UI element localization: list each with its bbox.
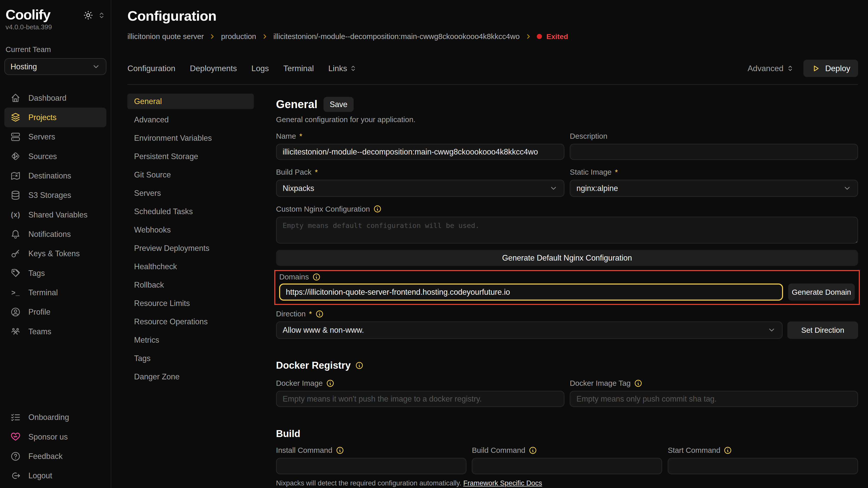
- framework-docs-link[interactable]: Framework Specific Docs: [463, 479, 542, 487]
- required-mark: *: [309, 310, 312, 318]
- sidebar-item-feedback[interactable]: Feedback: [4, 447, 106, 466]
- tag-icon: [10, 267, 21, 279]
- config-nav-preview-deployments[interactable]: Preview Deployments: [127, 240, 254, 256]
- direction-select[interactable]: Allow www & non-www.: [276, 322, 782, 339]
- set-direction-button[interactable]: Set Direction: [787, 322, 858, 339]
- tab-terminal[interactable]: Terminal: [283, 64, 314, 73]
- sidebar-item-s3-storages[interactable]: S3 Storages: [4, 186, 106, 205]
- info-icon[interactable]: [723, 446, 732, 455]
- sidebar-item-onboarding[interactable]: Onboarding: [4, 408, 106, 427]
- config-nav-advanced[interactable]: Advanced: [127, 112, 254, 128]
- general-form: General Save General configuration for y…: [276, 94, 858, 488]
- info-icon[interactable]: [373, 205, 382, 213]
- tab-links[interactable]: Links: [329, 64, 357, 73]
- config-nav-resource-operations[interactable]: Resource Operations: [127, 314, 254, 329]
- sidebar-item-label: S3 Storages: [28, 191, 71, 200]
- nginx-config-textarea[interactable]: [276, 217, 858, 243]
- chevrons-updown-icon[interactable]: [98, 12, 105, 19]
- sidebar-item-sponsor-us[interactable]: Sponsor us: [4, 427, 106, 447]
- config-nav-healthcheck[interactable]: Healthcheck: [127, 259, 254, 274]
- config-nav-rollback[interactable]: Rollback: [127, 277, 254, 293]
- docker-image-tag-input[interactable]: [570, 391, 858, 407]
- tab-logs[interactable]: Logs: [251, 64, 269, 73]
- config-nav-resource-limits[interactable]: Resource Limits: [127, 295, 254, 311]
- section-subtitle: General configuration for your applicati…: [276, 115, 858, 124]
- sidebar-item-tags[interactable]: Tags: [4, 263, 106, 283]
- domains-input[interactable]: [279, 284, 783, 301]
- sidebar-item-servers[interactable]: Servers: [4, 127, 106, 147]
- info-icon[interactable]: [312, 273, 321, 281]
- generate-nginx-button[interactable]: Generate Default Nginx Configuration: [276, 250, 858, 266]
- required-mark: *: [315, 168, 318, 176]
- docker-image-input[interactable]: [276, 391, 564, 407]
- breadcrumb-project[interactable]: illicitonion quote server: [127, 32, 204, 41]
- chevron-down-icon: [768, 326, 776, 334]
- build-command-field: Build Command: [472, 446, 662, 474]
- user-circle-icon: [10, 306, 21, 318]
- info-icon[interactable]: [355, 361, 364, 370]
- description-input[interactable]: [570, 144, 858, 160]
- info-icon[interactable]: [326, 379, 335, 388]
- sidebar-item-label: Terminal: [28, 288, 58, 297]
- config-nav-metrics[interactable]: Metrics: [127, 332, 254, 348]
- app-logo: Coolify: [6, 7, 51, 23]
- tabs: Configuration Deployments Logs Terminal …: [127, 64, 356, 73]
- sidebar-item-profile[interactable]: Profile: [4, 302, 106, 322]
- info-icon[interactable]: [315, 310, 324, 318]
- config-nav-scheduled-tasks[interactable]: Scheduled Tasks: [127, 204, 254, 219]
- start-command-label: Start Command: [668, 446, 720, 455]
- config-nav-danger-zone[interactable]: Danger Zone: [127, 369, 254, 385]
- config-nav-webhooks[interactable]: Webhooks: [127, 222, 254, 238]
- docker-image-label: Docker Image: [276, 379, 323, 388]
- sidebar-item-projects[interactable]: Projects: [4, 107, 106, 127]
- direction-value: Allow www & non-www.: [283, 326, 364, 334]
- breadcrumb-application[interactable]: illicitestonion/-module--decomposition:m…: [274, 32, 520, 41]
- git-icon: [10, 151, 21, 162]
- build-pack-select[interactable]: Nixpacks: [276, 180, 564, 197]
- sidebar-item-label: Sources: [28, 152, 57, 161]
- install-command-input[interactable]: [276, 458, 466, 474]
- help-circle-icon: [10, 451, 21, 462]
- sidebar-item-sources[interactable]: Sources: [4, 147, 106, 166]
- breadcrumb-environment[interactable]: production: [221, 32, 256, 41]
- team-select[interactable]: Hosting: [4, 58, 106, 75]
- config-nav-tags[interactable]: Tags: [127, 351, 254, 366]
- sidebar-item-notifications[interactable]: Notifications: [4, 224, 106, 244]
- config-nav-servers[interactable]: Servers: [127, 185, 254, 201]
- sun-icon[interactable]: [83, 10, 93, 21]
- build-command-input[interactable]: [472, 458, 662, 474]
- description-field: Description: [570, 132, 858, 160]
- info-icon[interactable]: [336, 446, 344, 455]
- tab-deployments[interactable]: Deployments: [190, 64, 237, 73]
- generate-domain-button[interactable]: Generate Domain: [788, 284, 855, 301]
- sidebar-item-teams[interactable]: Teams: [4, 322, 106, 341]
- status-label: Exited: [547, 32, 568, 41]
- nginx-config-field: Custom Nginx Configuration: [276, 205, 858, 246]
- logout-icon: [10, 470, 21, 481]
- config-nav-general[interactable]: General: [127, 94, 254, 109]
- info-icon[interactable]: [529, 446, 537, 455]
- save-button[interactable]: Save: [323, 97, 353, 112]
- build-heading: Build: [276, 428, 300, 439]
- database-icon: [10, 190, 21, 201]
- sidebar-item-terminal[interactable]: >_ Terminal: [4, 283, 106, 302]
- sidebar-item-logout[interactable]: Logout: [4, 466, 106, 485]
- static-image-select[interactable]: nginx:alpine: [570, 180, 858, 197]
- advanced-dropdown[interactable]: Advanced: [748, 64, 794, 73]
- sidebar-item-keys-tokens[interactable]: Keys & Tokens: [4, 244, 106, 263]
- sidebar-item-shared-variables[interactable]: (x) Shared Variables: [4, 205, 106, 224]
- status-dot: [537, 34, 542, 39]
- name-input[interactable]: [276, 144, 564, 160]
- sidebar-item-dashboard[interactable]: Dashboard: [4, 88, 106, 107]
- config-nav-git-source[interactable]: Git Source: [127, 167, 254, 183]
- config-nav-environment-variables[interactable]: Environment Variables: [127, 130, 254, 146]
- config-nav-persistent-storage[interactable]: Persistent Storage: [127, 149, 254, 164]
- chevron-down-icon: [92, 62, 100, 71]
- deploy-button[interactable]: Deploy: [803, 60, 858, 77]
- tab-configuration[interactable]: Configuration: [127, 64, 175, 73]
- sidebar-item-destinations[interactable]: Destinations: [4, 166, 106, 185]
- sidebar-item-label: Dashboard: [28, 94, 66, 102]
- start-command-input[interactable]: [668, 458, 858, 474]
- direction-field: Direction * Allow www & non-www. Set Dir…: [276, 310, 858, 339]
- info-icon[interactable]: [634, 379, 643, 388]
